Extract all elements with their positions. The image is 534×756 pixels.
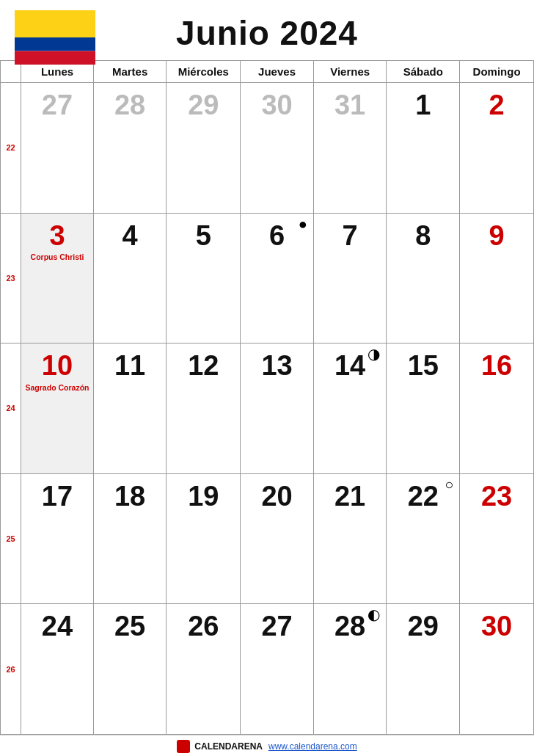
week-number: 25 [1, 473, 21, 604]
calendar-row: 2410Sagrado Corazón111213◑141516 [1, 344, 534, 474]
day-number: 27 [244, 611, 310, 642]
day-number: 8 [389, 221, 456, 252]
day-number: 27 [24, 90, 90, 121]
calendar-cell: ◑14 [313, 344, 387, 474]
footer: CALENDARENA www.calendarena.com [0, 735, 534, 756]
col-miercoles: Miércoles [167, 61, 241, 83]
day-number: 28 [97, 90, 163, 121]
calendar-cell: 24 [21, 604, 94, 735]
day-number: 30 [463, 611, 530, 642]
calendar-cell: 1 [387, 83, 460, 214]
day-number: 7 [317, 221, 384, 252]
day-number: 26 [169, 611, 237, 642]
calendar-cell: 27 [241, 604, 313, 735]
week-number: 26 [1, 604, 21, 735]
flag-icon [15, 10, 95, 65]
calendar-cell: 16 [460, 344, 534, 474]
calendar-cell: 29 [387, 604, 460, 735]
svg-rect-2 [15, 51, 95, 65]
page-title: Junio 2024 [176, 13, 358, 53]
day-number: 20 [244, 481, 310, 512]
holiday-label: Sagrado Corazón [24, 383, 90, 392]
day-number: 21 [317, 481, 384, 512]
brand-label: CALENDARENA [177, 740, 263, 753]
svg-rect-1 [15, 37, 95, 51]
day-number: 23 [463, 481, 530, 512]
day-number: 2 [463, 90, 530, 121]
calendar-body: Lunes Martes Miércoles Jueves Viernes Sá… [0, 60, 534, 735]
calendar-cell: 11 [94, 344, 167, 474]
svg-rect-0 [15, 10, 95, 37]
day-number: 30 [244, 90, 310, 121]
calendar-cell: 25 [94, 604, 167, 735]
calendar-cell: 20 [241, 473, 313, 604]
calendar-cell: 4 [94, 213, 167, 344]
col-jueves: Jueves [241, 61, 313, 83]
calendar-cell: 19 [167, 473, 241, 604]
day-number: 13 [244, 351, 310, 382]
calendar-cell: 31 [313, 83, 387, 214]
day-number: 11 [97, 351, 163, 382]
calendar-cell: 3Corpus Christi [21, 213, 94, 344]
day-number: 10 [24, 351, 90, 382]
brand-icon [177, 740, 190, 753]
day-number: 25 [97, 611, 163, 642]
col-martes: Martes [94, 61, 167, 83]
holiday-label: Corpus Christi [24, 252, 90, 261]
day-number: 29 [169, 90, 237, 121]
day-number: 24 [24, 611, 90, 642]
day-number: 9 [463, 221, 530, 252]
day-number: 3 [24, 221, 90, 252]
calendar-cell: 30 [460, 604, 534, 735]
calendar-header: Junio 2024 [0, 0, 534, 60]
day-number: 15 [389, 351, 456, 382]
calendar-row: 251718192021○2223 [1, 473, 534, 604]
moon-phase-icon: ◐ [367, 607, 380, 622]
calendar-cell: 15 [387, 344, 460, 474]
day-number: 16 [463, 351, 530, 382]
calendar-cell: 12 [167, 344, 241, 474]
calendar-cell: ●6 [241, 213, 313, 344]
calendar-cell: 28 [94, 83, 167, 214]
calendar-cell: ○22 [387, 473, 460, 604]
week-number: 23 [1, 213, 21, 344]
calendar-cell: 27 [21, 83, 94, 214]
calendar-row: 233Corpus Christi45●6789 [1, 213, 534, 344]
week-number: 22 [1, 83, 21, 214]
calendar-cell: 8 [387, 213, 460, 344]
day-number: 18 [97, 481, 163, 512]
calendar-cell: 18 [94, 473, 167, 604]
calendar-row: 22272829303112 [1, 83, 534, 214]
calendar-cell: 29 [167, 83, 241, 214]
footer-url[interactable]: www.calendarena.com [268, 741, 357, 752]
calendar-cell: 10Sagrado Corazón [21, 344, 94, 474]
calendar-cell: 2 [460, 83, 534, 214]
calendar-cell: 23 [460, 473, 534, 604]
calendar-row: 2624252627◐282930 [1, 604, 534, 735]
calendar-cell: 13 [241, 344, 313, 474]
day-number: 4 [97, 221, 163, 252]
calendar-cell: 9 [460, 213, 534, 344]
calendar-cell: 7 [313, 213, 387, 344]
col-domingo: Domingo [460, 61, 534, 83]
day-number: 12 [169, 351, 237, 382]
calendar-cell: 5 [167, 213, 241, 344]
moon-phase-icon: ○ [445, 477, 453, 492]
calendar-table: Lunes Martes Miércoles Jueves Viernes Sá… [0, 60, 534, 735]
calendar-cell: ◐28 [313, 604, 387, 735]
calendar-cell: 21 [313, 473, 387, 604]
calendar-cell: 17 [21, 473, 94, 604]
day-number: 1 [389, 90, 456, 121]
col-viernes: Viernes [313, 61, 387, 83]
day-number: 31 [317, 90, 384, 121]
day-number: 17 [24, 481, 90, 512]
calendar-cell: 26 [167, 604, 241, 735]
day-number: 5 [169, 221, 237, 252]
day-number: 19 [169, 481, 237, 512]
calendar-cell: 30 [241, 83, 313, 214]
week-number: 24 [1, 344, 21, 474]
col-sabado: Sábado [387, 61, 460, 83]
day-number: 29 [389, 611, 456, 642]
moon-phase-icon: ◑ [367, 346, 380, 361]
moon-phase-icon: ● [299, 217, 307, 231]
